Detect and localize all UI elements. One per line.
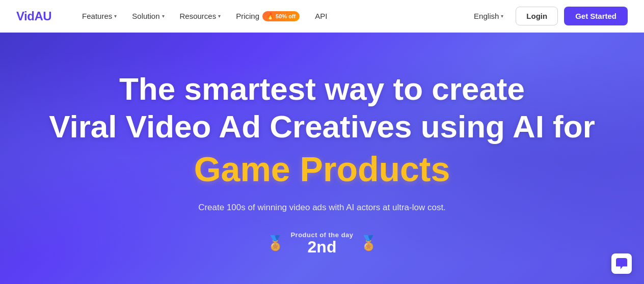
chat-widget-button[interactable] — [611, 253, 632, 274]
nav-item-pricing[interactable]: Pricing 🔥 50% off — [230, 7, 306, 25]
chevron-down-icon: ▾ — [114, 13, 117, 19]
pricing-label: Pricing — [236, 12, 259, 20]
nav-item-resources[interactable]: Resources ▾ — [174, 8, 227, 24]
nav-item-api[interactable]: API — [309, 8, 333, 24]
hero-subtitle: Create 100s of winning video ads with AI… — [198, 203, 446, 213]
language-selector[interactable]: English ▾ — [468, 8, 509, 24]
laurel-right-icon: 🏅 — [360, 235, 378, 251]
fire-icon: 🔥 — [266, 13, 274, 20]
language-label: English — [474, 12, 499, 20]
nav-item-features[interactable]: Features ▾ — [76, 8, 123, 24]
nav-features-label: Features — [82, 12, 112, 20]
login-button[interactable]: Login — [516, 7, 558, 25]
navbar: VidAU Features ▾ Solution ▾ Resources ▾ … — [0, 0, 644, 33]
chat-icon — [616, 258, 627, 269]
product-of-day-badge: 🏅 Product of the day 2nd 🏅 — [266, 231, 377, 255]
logo[interactable]: VidAU — [16, 9, 51, 23]
hero-title-line2: Viral Video Ad Creatives using AI for — [49, 109, 595, 144]
hero-title-highlight: Game Products — [194, 150, 450, 188]
nav-solution-label: Solution — [132, 12, 159, 20]
badge-text: Product of the day 2nd — [290, 231, 353, 255]
laurel-left-icon: 🏅 — [266, 235, 284, 251]
nav-links: Features ▾ Solution ▾ Resources ▾ Pricin… — [76, 7, 468, 25]
nav-item-solution[interactable]: Solution ▾ — [126, 8, 170, 24]
hero-section: The smartest way to create Viral Video A… — [0, 33, 644, 284]
pricing-discount-badge: 🔥 50% off — [262, 11, 300, 21]
chevron-down-icon: ▾ — [218, 13, 221, 19]
product-rank: 2nd — [290, 239, 353, 255]
nav-right: English ▾ Login Get Started — [468, 7, 628, 25]
laurel-row: 🏅 Product of the day 2nd 🏅 — [266, 231, 377, 255]
chevron-down-icon: ▾ — [501, 13, 503, 19]
chevron-down-icon: ▾ — [162, 13, 165, 19]
pricing-badge-text: 50% off — [276, 13, 296, 19]
nav-resources-label: Resources — [180, 12, 217, 20]
get-started-button[interactable]: Get Started — [564, 7, 628, 25]
hero-title-line1: The smartest way to create — [119, 72, 525, 106]
